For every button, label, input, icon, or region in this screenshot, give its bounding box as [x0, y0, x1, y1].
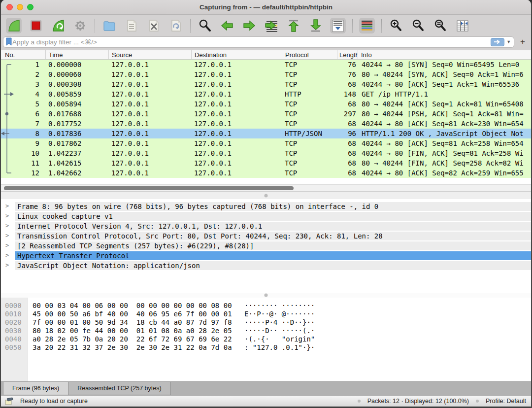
- detail-row-7[interactable]: >JavaScript Object Notation: application…: [1, 261, 531, 271]
- column-header-no[interactable]: No.: [1, 50, 45, 59]
- packet-row-2[interactable]: 20.000060127.0.0.1127.0.0.1TCP7680 → 402…: [1, 69, 531, 79]
- filter-dropdown-caret-icon[interactable]: ▼: [506, 39, 511, 44]
- cell-no: 3: [1, 80, 45, 88]
- cell-info: GET /ip HTTP/1.1: [358, 90, 531, 98]
- close-window-icon[interactable]: [6, 4, 13, 10]
- expand-chevron-icon[interactable]: >: [5, 203, 9, 209]
- go-to-packet-icon[interactable]: [264, 18, 279, 34]
- hex-row-0000[interactable]: 000000 00 03 04 00 06 00 00 00 00 00 00 …: [1, 302, 531, 310]
- resize-columns-icon[interactable]: [455, 18, 470, 34]
- pane-splitter[interactable]: [1, 191, 531, 199]
- expand-chevron-icon[interactable]: >: [5, 262, 9, 269]
- packet-row-8[interactable]: 80.017836127.0.0.1127.0.0.1HTTP/JSON96HT…: [1, 129, 531, 138]
- start-capture-icon[interactable]: [6, 18, 22, 34]
- hex-row-0040[interactable]: 0040a0 28 2e 05 7b 0a 20 20 22 6f 72 69 …: [1, 335, 531, 343]
- cell-time: 0.017688: [45, 110, 108, 118]
- zoom-window-icon[interactable]: [27, 4, 33, 10]
- cell-time: 0.000060: [45, 70, 108, 78]
- packet-row-9[interactable]: 90.017862127.0.0.1127.0.0.1TCP6840244 → …: [1, 138, 531, 148]
- column-header-length[interactable]: Length: [337, 50, 358, 59]
- packet-row-12[interactable]: 121.042662127.0.0.1127.0.0.1TCP6840244 →…: [1, 168, 531, 178]
- horizontal-scrollbar[interactable]: [1, 184, 531, 191]
- detail-row-5[interactable]: >[2 Reassembled TCP Segments (257 bytes)…: [1, 241, 531, 251]
- detail-text: JavaScript Object Notation: application/…: [15, 261, 531, 270]
- next-packet-icon[interactable]: [241, 18, 257, 34]
- reload-file-icon[interactable]: [168, 18, 184, 34]
- cell-source: 127.0.0.1: [108, 70, 191, 78]
- save-file-icon[interactable]: [124, 18, 139, 34]
- bytes-tab[interactable]: Reassembled TCP (257 bytes): [68, 382, 170, 395]
- find-packet-icon[interactable]: [197, 18, 213, 34]
- pane-splitter[interactable]: [1, 293, 531, 298]
- capture-options-gear-icon[interactable]: [72, 18, 88, 34]
- apply-filter-button[interactable]: [491, 38, 504, 46]
- close-file-icon[interactable]: [146, 18, 162, 34]
- hex-offset: 0030: [1, 327, 28, 335]
- ascii-bytes: ·····D·· ·····(.·: [244, 327, 315, 335]
- hex-row-0050[interactable]: 00503a 20 22 31 32 37 2e 30 2e 30 2e 31 …: [1, 343, 531, 352]
- packet-row-7[interactable]: 70.017752127.0.0.1127.0.0.1TCP6840244 → …: [1, 119, 531, 129]
- zoom-reset-icon[interactable]: [432, 18, 448, 34]
- add-filter-button[interactable]: +: [517, 37, 528, 47]
- packet-list-header: No.TimeSourceDestinationProtocolLengthIn…: [1, 50, 531, 60]
- column-header-protocol[interactable]: Protocol: [282, 50, 337, 59]
- splitter-handle-icon[interactable]: [265, 294, 268, 297]
- minimize-window-icon[interactable]: [17, 4, 23, 10]
- column-header-source[interactable]: Source: [108, 50, 191, 59]
- stop-capture-icon[interactable]: [28, 18, 44, 34]
- detail-row-6[interactable]: >Hypertext Transfer Protocol: [1, 251, 531, 261]
- detail-row-2[interactable]: >Linux cooked capture v1: [1, 212, 531, 222]
- packet-row-1[interactable]: 10.000000127.0.0.1127.0.0.1TCP7640244 → …: [1, 60, 531, 69]
- main-toolbar: [1, 15, 531, 36]
- detail-row-1[interactable]: >Frame 8: 96 bytes on wire (768 bits), 9…: [1, 202, 531, 212]
- hex-row-0020[interactable]: 00207f 00 00 01 00 50 9d 34 18 cb 44 a0 …: [1, 318, 531, 327]
- first-packet-icon[interactable]: [286, 18, 301, 34]
- cell-time: 0.000000: [45, 61, 108, 68]
- filter-bookmark-icon[interactable]: [5, 37, 12, 46]
- packet-row-10[interactable]: 101.042237127.0.0.1127.0.0.1TCP6840244 →…: [1, 148, 531, 158]
- packet-row-4[interactable]: 40.005859127.0.0.1127.0.0.1HTTP148GET /i…: [1, 89, 531, 99]
- splitter-handle-icon[interactable]: [265, 194, 268, 197]
- packet-row-3[interactable]: 30.000308127.0.0.1127.0.0.1TCP6840244 → …: [1, 79, 531, 89]
- cell-destination: 127.0.0.1: [191, 90, 282, 98]
- display-filter-input[interactable]: [12, 38, 491, 46]
- wireshark-window: Capturing from - — default/httpbin/httpb…: [0, 0, 532, 408]
- hex-offset: 0020: [1, 318, 28, 327]
- hex-bytes: 7f 00 00 01 00 50 9d 34 18 cb 44 a0 87 7…: [28, 318, 244, 327]
- detail-row-4[interactable]: >Transmission Control Protocol, Src Port…: [1, 232, 531, 241]
- hex-row-0010[interactable]: 001045 00 00 50 a6 bf 40 00 40 06 95 e6 …: [1, 310, 531, 318]
- cell-protocol: TCP: [282, 120, 337, 128]
- column-header-info[interactable]: Info: [358, 50, 531, 59]
- expand-chevron-icon[interactable]: >: [5, 212, 9, 219]
- open-file-folder-icon[interactable]: [101, 18, 117, 34]
- packet-row-5[interactable]: 50.005894127.0.0.1127.0.0.1TCP6880 → 402…: [1, 99, 531, 109]
- restart-capture-icon[interactable]: [50, 18, 66, 34]
- zoom-out-icon[interactable]: [410, 18, 426, 34]
- cell-info: 80 → 40244 [FIN, ACK] Seq=258 Ack=82 Wi: [358, 159, 531, 167]
- column-header-destination[interactable]: Destination: [191, 50, 282, 59]
- packet-row-11[interactable]: 111.042615127.0.0.1127.0.0.1TCP6880 → 40…: [1, 158, 531, 168]
- detail-row-3[interactable]: >Internet Protocol Version 4, Src: 127.0…: [1, 222, 531, 232]
- cell-info: 80 → 40244 [PSH, ACK] Seq=1 Ack=81 Win=: [358, 110, 531, 118]
- expand-chevron-icon[interactable]: >: [5, 222, 9, 229]
- ascii-bytes: : "127.0 .0.1"·}·: [244, 343, 315, 352]
- horizontal-scrollbar-thumb[interactable]: [4, 186, 294, 190]
- packet-details-pane: >Frame 8: 96 bytes on wire (768 bits), 9…: [1, 199, 531, 293]
- colorize-packets-icon[interactable]: [359, 18, 375, 34]
- hex-row-0030[interactable]: 003080 18 02 00 fe 44 00 00 01 01 08 0a …: [1, 327, 531, 335]
- packet-row-6[interactable]: 60.017688127.0.0.1127.0.0.1TCP29780 → 40…: [1, 109, 531, 119]
- cell-info: 40244 → 80 [FIN, ACK] Seq=81 Ack=258 Wi: [358, 149, 531, 157]
- display-filter-box[interactable]: ▼: [3, 36, 514, 48]
- auto-scroll-icon[interactable]: [330, 18, 346, 34]
- expand-chevron-icon[interactable]: >: [5, 242, 9, 249]
- capture-file-properties-icon[interactable]: [5, 397, 13, 406]
- column-header-time[interactable]: Time: [45, 50, 108, 59]
- zoom-in-icon[interactable]: [388, 18, 404, 34]
- expand-chevron-icon[interactable]: >: [5, 232, 9, 239]
- cell-destination: 127.0.0.1: [191, 139, 282, 147]
- last-packet-icon[interactable]: [308, 18, 324, 34]
- previous-packet-icon[interactable]: [219, 18, 235, 34]
- packet-rows: 10.000000127.0.0.1127.0.0.1TCP7640244 → …: [1, 60, 531, 178]
- bytes-tab[interactable]: Frame (96 bytes): [3, 382, 68, 395]
- expand-chevron-icon[interactable]: >: [5, 252, 9, 259]
